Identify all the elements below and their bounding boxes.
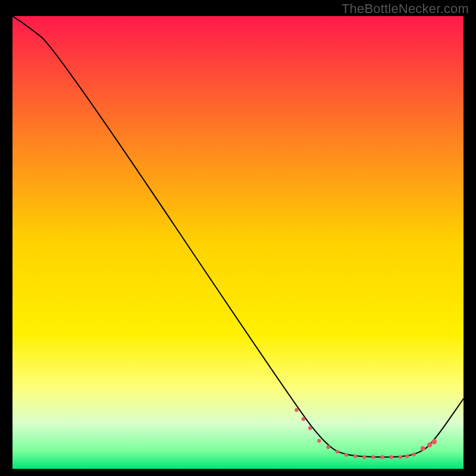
data-marker — [345, 453, 348, 456]
data-marker — [308, 426, 312, 430]
data-marker — [336, 450, 339, 453]
data-marker — [302, 417, 305, 421]
data-marker — [380, 455, 384, 459]
bottleneck-chart — [0, 0, 476, 476]
plot-background — [12, 16, 464, 469]
data-marker — [431, 439, 437, 444]
data-marker — [295, 408, 298, 412]
data-marker — [317, 439, 321, 443]
data-marker — [412, 452, 415, 456]
watermark-text: TheBottleNecker.com — [342, 1, 469, 17]
data-marker — [427, 442, 432, 447]
data-marker — [371, 455, 375, 459]
data-marker — [326, 445, 330, 449]
data-marker — [362, 455, 366, 459]
chart-container: TheBottleNecker.com — [0, 0, 476, 476]
data-marker — [405, 454, 409, 458]
data-marker — [390, 455, 393, 459]
data-marker — [399, 455, 402, 459]
data-marker — [421, 446, 425, 451]
data-marker — [353, 454, 357, 458]
